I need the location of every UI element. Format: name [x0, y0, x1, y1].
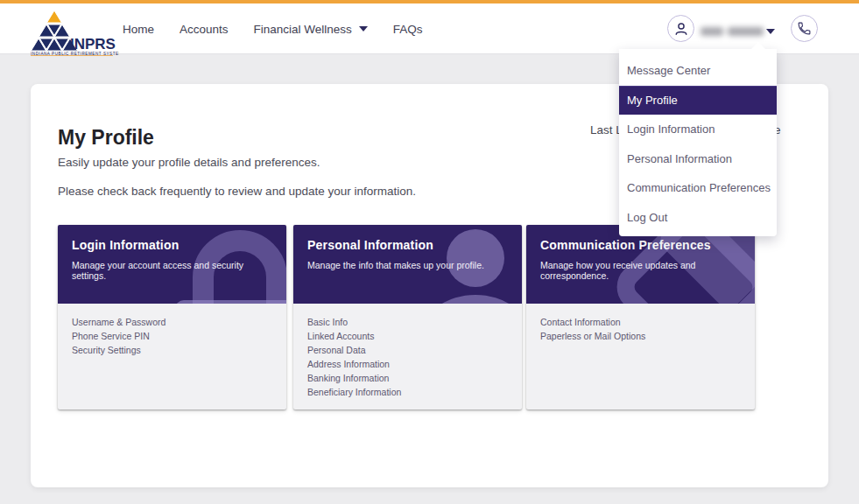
card-title: Login Information [72, 238, 272, 252]
link-basic-info[interactable]: Basic Info [307, 315, 508, 329]
login-information-card-links: Username & Password Phone Service PIN Se… [58, 304, 286, 357]
inprs-logo[interactable]: INPRS INDIANA PUBLIC RETIREMENT SYSTEM [25, 9, 119, 60]
nav-item-faqs[interactable]: FAQs [393, 23, 423, 36]
personal-information-card-header: Personal Information Manage the info tha… [293, 225, 522, 304]
link-address-information[interactable]: Address Information [307, 357, 508, 371]
top-navbar: INPRS INDIANA PUBLIC RETIREMENT SYSTEM H… [0, 4, 859, 54]
menu-item-login-information[interactable]: Login Information [619, 115, 777, 144]
menu-item-my-profile[interactable]: My Profile [619, 86, 777, 116]
contact-phone-button[interactable] [791, 15, 818, 42]
primary-nav: Home Accounts Financial Wellness FAQs [123, 4, 423, 54]
personal-information-card[interactable]: Personal Information Manage the info tha… [293, 225, 522, 410]
account-dropdown-menu: Message Center My Profile Login Informat… [619, 49, 777, 236]
card-description: Manage how you receive updates and corre… [540, 260, 741, 281]
link-phone-service-pin[interactable]: Phone Service PIN [72, 329, 272, 343]
nav-item-accounts[interactable]: Accounts [180, 23, 229, 36]
link-security-settings[interactable]: Security Settings [72, 343, 272, 357]
chevron-down-icon [359, 26, 368, 32]
link-beneficiary-information[interactable]: Beneficiary Information [307, 385, 508, 399]
menu-item-personal-information[interactable]: Personal Information [619, 144, 777, 174]
card-title: Communication Preferences [540, 238, 741, 252]
last-login-text-fragment-left: Last L [590, 123, 623, 136]
redacted-text-segment [728, 27, 764, 36]
accent-top-bar [0, 0, 859, 4]
link-contact-information[interactable]: Contact Information [540, 315, 741, 329]
link-linked-accounts[interactable]: Linked Accounts [307, 329, 508, 343]
user-account-button[interactable] [667, 15, 694, 42]
communication-preferences-card-links: Contact Information Paperless or Mail Op… [526, 304, 755, 343]
card-description: Manage your account access and security … [72, 260, 272, 281]
card-title: Personal Information [307, 238, 508, 252]
account-menu-chevron-icon[interactable] [766, 29, 775, 34]
communication-preferences-card-header: Communication Preferences Manage how you… [526, 225, 755, 304]
personal-information-card-links: Basic Info Linked Accounts Personal Data… [293, 304, 522, 399]
card-description: Manage the info that makes up your profi… [307, 260, 508, 270]
page-title: My Profile [58, 126, 154, 150]
app-window: INPRS INDIANA PUBLIC RETIREMENT SYSTEM H… [0, 0, 859, 504]
communication-preferences-card[interactable]: Communication Preferences Manage how you… [526, 225, 755, 410]
redacted-text-segment [701, 27, 723, 36]
logo-wordmark: INPRS [70, 36, 116, 52]
phone-icon [797, 21, 812, 36]
inprs-logo-icon: INPRS INDIANA PUBLIC RETIREMENT SYSTEM [25, 9, 119, 56]
link-banking-information[interactable]: Banking Information [307, 371, 508, 385]
dropdown-notch [751, 42, 765, 49]
menu-item-log-out[interactable]: Log Out [619, 203, 777, 233]
login-information-card[interactable]: Login Information Manage your account ac… [58, 225, 286, 410]
menu-item-message-center[interactable]: Message Center [619, 56, 777, 86]
menu-item-communication-preferences[interactable]: Communication Preferences [619, 173, 777, 203]
nav-item-home[interactable]: Home [123, 23, 154, 36]
link-paperless-or-mail-options[interactable]: Paperless or Mail Options [540, 329, 741, 343]
link-username-password[interactable]: Username & Password [72, 315, 272, 329]
logo-tagline: INDIANA PUBLIC RETIREMENT SYSTEM [31, 52, 119, 56]
user-icon [673, 21, 689, 37]
login-information-card-header: Login Information Manage your account ac… [58, 225, 286, 304]
page-subtitle: Easily update your profile details and p… [58, 156, 320, 169]
account-name-redacted[interactable] [701, 27, 764, 36]
link-personal-data[interactable]: Personal Data [307, 343, 508, 357]
nav-item-financial-wellness[interactable]: Financial Wellness [254, 23, 368, 36]
nav-item-financial-wellness-label: Financial Wellness [254, 23, 352, 36]
page-note: Please check back frequently to review a… [58, 185, 416, 198]
